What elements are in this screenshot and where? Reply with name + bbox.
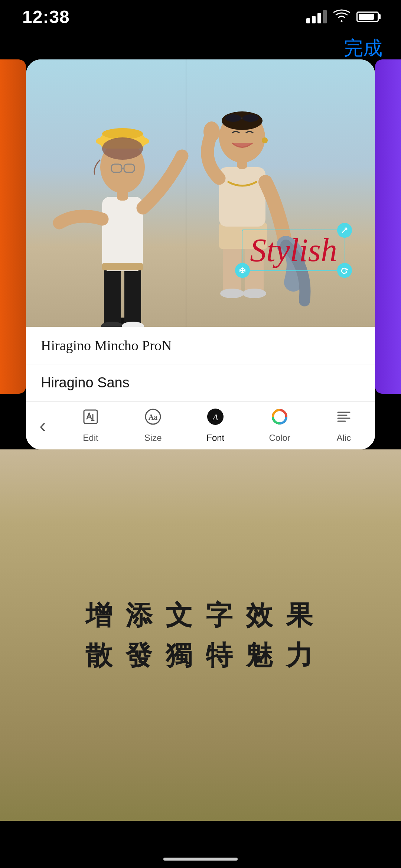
svg-rect-6 [102, 263, 143, 270]
color-label: Color [269, 433, 290, 443]
lower-text-line2: 散 發 獨 特 魅 力 [85, 635, 316, 675]
lower-text-line1: 增 添 文 字 效 果 [85, 595, 316, 635]
back-icon: ‹ [39, 415, 46, 437]
done-button[interactable]: 完成 [344, 35, 382, 61]
font-label: Font [206, 433, 224, 443]
svg-point-18 [220, 289, 244, 298]
lower-content-area: 增 添 文 字 效 果 散 發 獨 特 魅 力 [0, 449, 401, 821]
signal-icon [306, 10, 327, 23]
svg-rect-21 [219, 167, 265, 227]
font-item-hiragino-mincho[interactable]: Hiragino Mincho ProN [26, 327, 375, 364]
font-list[interactable]: Hiragino Mincho ProN Hiragino Sans Hoefl… [26, 327, 375, 401]
font-list-panel: Hiragino Mincho ProN Hiragino Sans Hoefl… [26, 327, 375, 449]
rotate-handle[interactable] [337, 263, 352, 278]
stylish-text-container[interactable]: Stylish [242, 230, 345, 271]
edit-label: Edit [83, 433, 98, 443]
toolbar-item-edit[interactable]: Edit [82, 408, 100, 443]
resize-handle-tr[interactable] [337, 223, 352, 238]
svg-point-26 [225, 114, 241, 122]
svg-point-15 [102, 137, 143, 160]
font-icon: A [206, 408, 224, 430]
svg-point-29 [262, 137, 268, 143]
side-panel-left [0, 59, 26, 394]
phone-card: Stylish Hiragino Mincho ProN Hiragino Sa… [26, 59, 375, 449]
svg-point-22 [203, 121, 220, 142]
align-icon [335, 408, 353, 430]
status-icons [306, 9, 379, 25]
size-icon: Aa [144, 408, 162, 430]
toolbar-item-color[interactable]: Color [269, 408, 290, 443]
svg-rect-1 [104, 267, 121, 327]
toolbar-item-font[interactable]: A Font [206, 408, 224, 443]
lower-text: 增 添 文 字 效 果 散 發 獨 特 魅 力 [85, 595, 316, 675]
svg-rect-2 [124, 267, 141, 327]
home-indicator [163, 858, 238, 861]
people-illustration [26, 59, 375, 327]
toolbar-items: Edit Aa Size [59, 408, 375, 443]
font-name-hiragino-sans: Hiragino Sans [41, 375, 130, 391]
align-label: Alic [337, 433, 351, 443]
toolbar-item-size[interactable]: Aa Size [144, 408, 162, 443]
svg-text:A: A [212, 412, 218, 422]
wifi-icon [333, 9, 350, 25]
size-label: Size [144, 433, 162, 443]
back-button[interactable]: ‹ [26, 415, 59, 437]
edit-icon [82, 408, 100, 430]
bottom-toolbar: ‹ Edit [26, 401, 375, 449]
status-bar: 12:38 [0, 0, 401, 33]
svg-text:Aa: Aa [149, 413, 157, 421]
toolbar-item-align[interactable]: Alic [335, 408, 353, 443]
photo-area: Stylish [26, 59, 375, 327]
stylish-text[interactable]: Stylish [250, 232, 337, 268]
font-name-hiragino-mincho: Hiragino Mincho ProN [41, 337, 172, 354]
font-item-hiragino-sans[interactable]: Hiragino Sans [26, 364, 375, 401]
side-panel-right [375, 59, 401, 394]
status-time: 12:38 [22, 7, 70, 27]
color-icon [271, 408, 288, 430]
battery-icon [356, 12, 379, 22]
svg-point-27 [242, 114, 259, 122]
svg-point-19 [242, 289, 266, 298]
